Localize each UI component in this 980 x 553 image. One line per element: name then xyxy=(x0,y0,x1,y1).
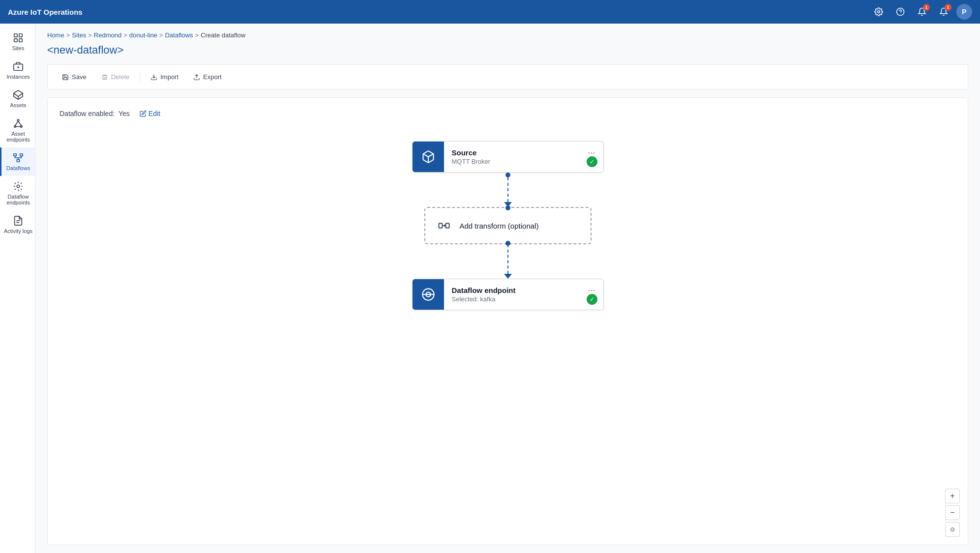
connector-2-arrow xyxy=(504,274,512,279)
breadcrumb: Home > Sites > Redmond > donut-line > Da… xyxy=(47,31,968,39)
zoom-controls: + − ⊙ xyxy=(945,489,960,537)
export-icon xyxy=(193,74,200,81)
notification2-icon-btn[interactable]: 1 xyxy=(935,3,952,21)
flow-area: Dataflow enabled: Yes Edit xyxy=(47,97,968,545)
source-node[interactable]: Source MQTT Broker ··· ✓ xyxy=(412,141,604,173)
breadcrumb-donut-line[interactable]: donut-line xyxy=(129,31,157,39)
flow-diagram: Source MQTT Broker ··· ✓ xyxy=(59,131,956,320)
topnav: Azure IoT Operations 1 1 P xyxy=(0,0,980,24)
svg-rect-6 xyxy=(19,39,22,42)
destination-node-subtitle: Selected: kafka xyxy=(452,295,595,303)
source-node-title: Source xyxy=(452,148,595,157)
breadcrumb-redmond[interactable]: Redmond xyxy=(94,31,121,39)
dataflow-status-bar: Dataflow enabled: Yes Edit xyxy=(59,108,956,119)
svg-rect-31 xyxy=(445,223,449,228)
svg-point-24 xyxy=(17,185,20,188)
app-title: Azure IoT Operations xyxy=(8,8,870,16)
save-icon xyxy=(62,74,69,81)
breadcrumb-dataflows[interactable]: Dataflows xyxy=(165,31,193,39)
destination-node[interactable]: Dataflow endpoint Selected: kafka ··· ✓ xyxy=(412,279,604,310)
connector-2 xyxy=(504,244,512,279)
dataflow-status-value: Yes xyxy=(119,110,130,117)
destination-node-icon xyxy=(413,279,444,310)
content-area: Home > Sites > Redmond > donut-line > Da… xyxy=(35,24,980,553)
edit-button[interactable]: Edit xyxy=(136,108,164,119)
zoom-out-button[interactable]: − xyxy=(945,505,960,520)
sidebar-item-assets[interactable]: Assets xyxy=(0,85,35,113)
connector-1 xyxy=(504,173,512,207)
import-button[interactable]: Import xyxy=(144,70,185,84)
svg-line-12 xyxy=(18,93,23,96)
zoom-reset-button[interactable]: ⊙ xyxy=(945,522,960,537)
connector-1-line xyxy=(507,177,508,202)
svg-rect-22 xyxy=(17,160,20,162)
notification1-icon-btn[interactable]: 1 xyxy=(913,3,931,21)
breadcrumb-current: Create dataflow xyxy=(201,31,245,39)
transform-node[interactable]: Add transform (optional) xyxy=(424,207,592,244)
svg-line-13 xyxy=(14,93,18,96)
sidebar-item-sites[interactable]: Sites xyxy=(0,28,35,56)
svg-point-14 xyxy=(17,119,19,121)
destination-node-check: ✓ xyxy=(587,294,597,305)
svg-rect-30 xyxy=(439,223,442,228)
source-node-subtitle: MQTT Broker xyxy=(452,158,595,165)
svg-rect-5 xyxy=(14,39,17,42)
edit-icon xyxy=(140,110,147,117)
toolbar-divider xyxy=(140,71,140,83)
notification2-badge: 1 xyxy=(945,4,951,11)
page-title: <new-dataflow> xyxy=(47,44,968,57)
svg-rect-3 xyxy=(14,34,17,37)
transform-dot-top xyxy=(505,205,510,210)
help-icon-btn[interactable] xyxy=(891,3,909,21)
avatar[interactable]: P xyxy=(956,4,972,20)
sidebar-item-dataflow-endpoints[interactable]: Dataflow endpoints xyxy=(0,176,35,210)
svg-line-18 xyxy=(18,121,21,125)
connector-2-line xyxy=(507,244,508,274)
svg-rect-4 xyxy=(19,34,22,37)
svg-rect-20 xyxy=(14,154,16,156)
source-node-check: ✓ xyxy=(587,156,597,167)
toolbar: Save Delete xyxy=(47,64,968,89)
source-node-icon xyxy=(413,142,444,172)
breadcrumb-home[interactable]: Home xyxy=(47,31,64,39)
delete-icon xyxy=(101,74,108,81)
source-node-content: Source MQTT Broker xyxy=(444,142,603,172)
export-button[interactable]: Export xyxy=(187,70,228,84)
sidebar-item-instances[interactable]: Instances xyxy=(0,56,35,85)
sidebar: Sites Instances Assets Ass xyxy=(0,24,35,553)
sidebar-item-asset-endpoints[interactable]: Asset endpoints xyxy=(0,113,35,147)
zoom-in-button[interactable]: + xyxy=(945,489,960,503)
destination-node-content: Dataflow endpoint Selected: kafka xyxy=(444,279,603,310)
import-icon xyxy=(150,74,157,81)
sidebar-item-dataflows[interactable]: Dataflows xyxy=(0,147,35,176)
topnav-icons: 1 1 P xyxy=(870,3,972,21)
transform-icon xyxy=(435,217,453,234)
main-layout: Sites Instances Assets Ass xyxy=(0,24,980,553)
svg-line-17 xyxy=(15,121,18,125)
notification1-badge: 1 xyxy=(923,4,930,11)
transform-label: Add transform (optional) xyxy=(460,222,539,230)
sidebar-item-activity-logs[interactable]: Activity logs xyxy=(0,210,35,239)
connector-1-top-dot xyxy=(505,173,510,177)
destination-node-title: Dataflow endpoint xyxy=(452,286,595,294)
save-button[interactable]: Save xyxy=(56,70,93,84)
settings-icon-btn[interactable] xyxy=(870,3,888,21)
svg-rect-21 xyxy=(20,154,23,156)
delete-button[interactable]: Delete xyxy=(95,70,136,84)
dataflow-status-label: Dataflow enabled: Yes xyxy=(59,110,130,117)
breadcrumb-sites[interactable]: Sites xyxy=(72,31,86,39)
svg-point-0 xyxy=(878,11,880,13)
